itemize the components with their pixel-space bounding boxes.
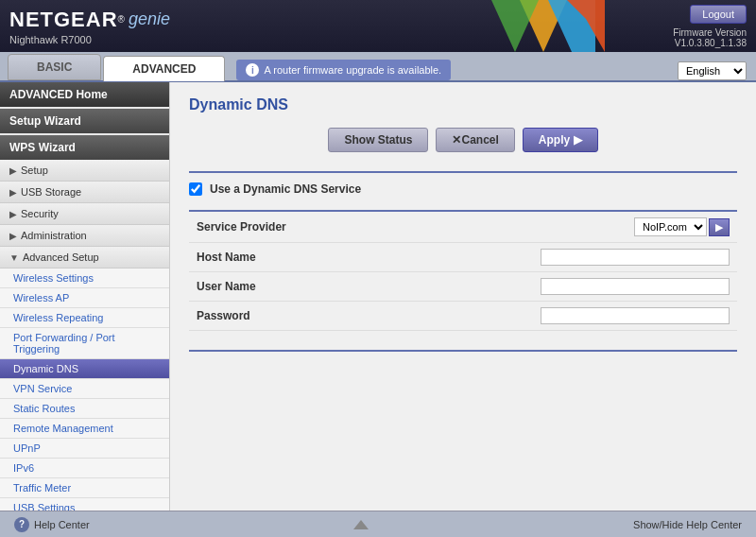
user-name-label: User Name [189, 272, 378, 302]
sidebar-item-wps-wizard[interactable]: WPS Wizard [0, 135, 169, 160]
sidebar-sub-usb-settings[interactable]: USB Settings [0, 498, 169, 511]
logo: NETGEAR ® genie [9, 8, 170, 32]
sidebar-sub-upnp[interactable]: UPnP [0, 439, 169, 459]
apply-button[interactable]: Apply ▶ [523, 128, 598, 152]
divider-bottom [189, 350, 737, 352]
sidebar-sub-wireless-settings[interactable]: Wireless Settings [0, 268, 169, 288]
sidebar-sub-ipv6[interactable]: IPv6 [0, 459, 169, 478]
table-row: Service Provider NoIP.com DynDNS Other ▶ [189, 211, 737, 243]
content-area: Dynamic DNS Show Status ✕Cancel Apply ▶ … [170, 82, 756, 511]
logout-area: Logout Firmware Version V1.0.3.80_1.1.38 [673, 5, 747, 48]
sidebar-sub-wireless-repeating[interactable]: Wireless Repeating [0, 308, 169, 328]
cancel-button[interactable]: ✕Cancel [436, 128, 514, 152]
arrow-icon: ▶ [9, 187, 17, 198]
registered-mark: ® [118, 14, 125, 25]
show-hide-help-link[interactable]: Show/Hide Help Center [633, 519, 742, 530]
service-provider-select[interactable]: NoIP.com DynDNS Other [634, 217, 707, 236]
main-layout: ADVANCED Home Setup Wizard WPS Wizard ▶ … [0, 82, 756, 511]
tab-basic[interactable]: BASIC [8, 54, 101, 80]
sidebar-item-setup-label: Setup [21, 165, 48, 176]
sidebar-item-setup-wizard[interactable]: Setup Wizard [0, 109, 169, 133]
sidebar-item-usb-storage[interactable]: ▶ USB Storage [0, 182, 169, 203]
sidebar-item-setup[interactable]: ▶ Setup [0, 160, 169, 182]
language-select[interactable]: English Deutsch Español Français [678, 61, 747, 80]
sidebar-sub-vpn-service[interactable]: VPN Service [0, 379, 169, 399]
divider-top [189, 171, 737, 173]
host-name-label: Host Name [189, 243, 378, 272]
header: NETGEAR ® genie Nighthawk R7000 Logout F… [0, 0, 756, 52]
genie-name: genie [129, 9, 170, 29]
sidebar-item-advanced-setup[interactable]: ▼ Advanced Setup [0, 247, 169, 268]
help-icon: ? [14, 517, 29, 532]
tab-advanced[interactable]: ADVANCED [103, 56, 225, 81]
sidebar-sub-static-routes[interactable]: Static Routes [0, 399, 169, 419]
sidebar-item-security-label: Security [21, 208, 59, 219]
form-table: Service Provider NoIP.com DynDNS Other ▶… [189, 210, 737, 331]
help-center-link[interactable]: ? Help Center [14, 517, 90, 532]
sidebar-sub-dynamic-dns[interactable]: Dynamic DNS [0, 359, 169, 379]
host-name-input[interactable] [541, 249, 730, 266]
firmware-notice: i A router firmware upgrade is available… [236, 60, 451, 80]
service-provider-value: NoIP.com DynDNS Other ▶ [378, 211, 737, 243]
sidebar-item-usb-label: USB Storage [21, 186, 81, 198]
sidebar-item-admin-label: Administration [21, 230, 87, 241]
user-name-input[interactable] [541, 278, 730, 295]
firmware-notice-icon: i [246, 63, 259, 77]
brand-name: NETGEAR [9, 8, 118, 32]
sidebar-sub-traffic-meter[interactable]: Traffic Meter [0, 478, 169, 498]
footer-arrow-icon[interactable] [353, 520, 369, 529]
password-input[interactable] [541, 307, 730, 324]
host-name-value [378, 243, 737, 272]
footer: ? Help Center Show/Hide Help Center [0, 511, 756, 537]
nav-tabs: BASIC ADVANCED i A router firmware upgra… [0, 52, 756, 82]
arrow-icon: ▼ [9, 252, 19, 263]
firmware-notice-text: A router firmware upgrade is available. [264, 64, 441, 76]
use-dynamic-dns-label[interactable]: Use a Dynamic DNS Service [210, 182, 361, 196]
show-status-button[interactable]: Show Status [328, 128, 428, 152]
model-name: Nighthawk R7000 [9, 34, 170, 45]
table-row: User Name [189, 272, 737, 302]
arrow-icon: ▶ [9, 231, 17, 241]
table-row: Password [189, 302, 737, 331]
sidebar-sub-port-forwarding[interactable]: Port Forwarding / Port Triggering [0, 328, 169, 359]
service-provider-label: Service Provider [189, 211, 378, 243]
provider-arrow-button[interactable]: ▶ [709, 218, 730, 236]
sidebar-sub-remote-management[interactable]: Remote Management [0, 419, 169, 439]
sidebar-item-administration[interactable]: ▶ Administration [0, 225, 169, 247]
arrow-icon: ▶ [9, 165, 17, 176]
password-label: Password [189, 302, 378, 331]
help-center-label: Help Center [34, 519, 90, 530]
action-buttons: Show Status ✕Cancel Apply ▶ [189, 128, 737, 152]
sidebar-item-security[interactable]: ▶ Security [0, 203, 169, 225]
logo-area: NETGEAR ® genie Nighthawk R7000 [9, 8, 170, 45]
logout-button[interactable]: Logout [690, 5, 747, 24]
sidebar-item-advanced-label: Advanced Setup [23, 251, 99, 263]
page-title: Dynamic DNS [189, 96, 737, 113]
table-row: Host Name [189, 243, 737, 272]
sidebar-sub-wireless-ap[interactable]: Wireless AP [0, 288, 169, 308]
firmware-info: Firmware Version V1.0.3.80_1.1.38 [673, 27, 747, 48]
dynamic-dns-checkbox-row: Use a Dynamic DNS Service [189, 182, 737, 196]
logo-graphic [491, 0, 605, 52]
use-dynamic-dns-checkbox[interactable] [189, 182, 202, 196]
firmware-label: Firmware Version [673, 27, 747, 38]
user-name-value [378, 272, 737, 302]
password-value [378, 302, 737, 331]
provider-select-wrapper: NoIP.com DynDNS Other ▶ [386, 217, 730, 236]
sidebar-item-advanced-home[interactable]: ADVANCED Home [0, 82, 169, 107]
firmware-version: V1.0.3.80_1.1.38 [675, 38, 747, 48]
sidebar: ADVANCED Home Setup Wizard WPS Wizard ▶ … [0, 82, 170, 511]
arrow-icon: ▶ [9, 209, 17, 219]
